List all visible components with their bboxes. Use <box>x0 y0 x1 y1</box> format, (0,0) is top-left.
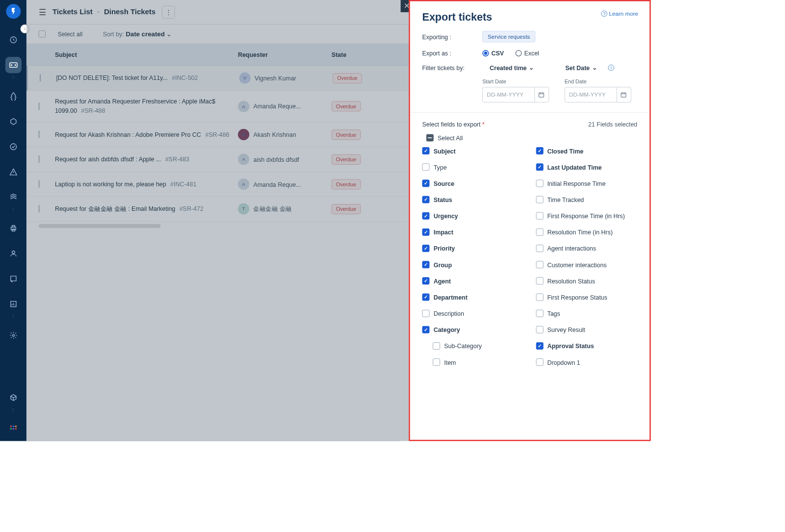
nav-dots-3: ⋮ <box>11 314 15 318</box>
field-label: Closed Time <box>547 148 583 154</box>
field-label: Time Tracked <box>547 196 584 203</box>
exporting-label: Exporting : <box>422 33 483 40</box>
field-checkbox-item[interactable]: Item <box>433 358 523 366</box>
changes-icon[interactable] <box>5 113 21 129</box>
calendar-icon[interactable] <box>617 87 627 102</box>
field-label: Approval Status <box>547 342 594 349</box>
checkbox-icon <box>536 326 543 333</box>
field-label: Status <box>434 196 452 203</box>
svg-point-4 <box>10 144 16 150</box>
checkbox-icon <box>422 277 430 284</box>
field-checkbox-time-tracked[interactable]: Time Tracked <box>536 196 637 203</box>
field-label: Initial Response Time <box>547 180 605 187</box>
field-label: Last Updated Time <box>547 164 602 171</box>
main-content: ☰ Tickets List - Dinesh Tickets ⋮ ✕ Sele… <box>26 0 409 441</box>
apps-icon[interactable] <box>5 421 21 437</box>
field-label: First Response Status <box>547 294 607 301</box>
field-label: Tags <box>547 310 560 317</box>
start-date-placeholder: DD-MM-YYYY <box>487 92 523 98</box>
field-checkbox-department[interactable]: Department <box>422 294 524 301</box>
reports-icon[interactable] <box>5 296 21 312</box>
field-label: Item <box>444 359 456 366</box>
checkbox-icon <box>422 163 430 171</box>
svg-point-8 <box>12 251 15 254</box>
format-csv-radio[interactable]: CSV <box>482 50 504 56</box>
problems-icon[interactable] <box>5 88 21 104</box>
checkbox-icon <box>536 212 543 220</box>
start-date-input[interactable]: DD-MM-YYYY <box>482 87 549 102</box>
svg-rect-17 <box>539 93 544 97</box>
field-checkbox-agent-interactions[interactable]: Agent interactions <box>536 245 637 252</box>
filter-label: Filter tickets by: <box>422 64 483 71</box>
field-checkbox-resolution-time-in-hrs-[interactable]: Resolution Time (in Hrs) <box>536 228 637 236</box>
field-checkbox-first-response-status[interactable]: First Response Status <box>536 294 637 301</box>
app-logo-icon[interactable] <box>6 4 21 19</box>
cube-icon[interactable] <box>5 389 21 405</box>
set-date-dropdown[interactable]: Set Date ⌄ <box>565 64 598 71</box>
assets-icon[interactable] <box>5 189 21 205</box>
exporting-tag[interactable]: Service requests <box>482 31 535 42</box>
field-checkbox-initial-response-time[interactable]: Initial Response Time <box>536 179 637 187</box>
releases-icon[interactable] <box>5 139 21 155</box>
print-icon[interactable] <box>5 220 21 236</box>
checkbox-icon <box>536 245 543 252</box>
field-label: First Response Time (in Hrs) <box>547 212 625 219</box>
field-checkbox-agent[interactable]: Agent <box>422 277 524 284</box>
field-checkbox-resolution-status[interactable]: Resolution Status <box>536 277 637 284</box>
format-excel-radio[interactable]: Excel <box>515 50 539 56</box>
field-checkbox-sub-category[interactable]: Sub-Category <box>433 342 523 350</box>
field-label: Survey Result <box>547 326 585 333</box>
field-checkbox-group[interactable]: Group <box>422 261 524 268</box>
field-label: Department <box>434 294 468 301</box>
csv-label: CSV <box>491 50 504 56</box>
field-label: Resolution Time (in Hrs) <box>547 228 612 235</box>
info-icon[interactable]: i <box>608 64 614 70</box>
tickets-icon[interactable] <box>5 57 21 73</box>
field-checkbox-urgency[interactable]: Urgency <box>422 212 524 220</box>
checkbox-icon <box>536 310 543 317</box>
field-checkbox-subject[interactable]: Subject <box>422 147 524 154</box>
end-date-input[interactable]: DD-MM-YYYY <box>565 87 631 102</box>
field-checkbox-first-response-time-in-hrs-[interactable]: First Response Time (in Hrs) <box>536 212 637 220</box>
alerts-icon[interactable] <box>5 164 21 180</box>
help-icon: ? <box>602 10 607 16</box>
calendar-icon[interactable] <box>534 87 545 102</box>
select-all-fields[interactable]: Select All <box>426 134 637 142</box>
settings-icon[interactable] <box>5 327 21 343</box>
field-checkbox-source[interactable]: Source <box>422 179 524 187</box>
filter-by-dropdown[interactable]: Created time ⌄ <box>490 64 534 71</box>
nav-dots-2: ⋮ <box>11 207 15 211</box>
field-checkbox-type[interactable]: Type <box>422 163 524 171</box>
field-checkbox-closed-time[interactable]: Closed Time <box>536 147 637 154</box>
field-checkbox-dropdown-1[interactable]: Dropdown 1 <box>536 358 637 366</box>
field-checkbox-category[interactable]: Category <box>422 326 524 333</box>
field-checkbox-impact[interactable]: Impact <box>422 228 524 236</box>
nav-dots-4: ⋮ <box>11 407 15 412</box>
field-checkbox-last-updated-time[interactable]: Last Updated Time <box>536 163 637 171</box>
learn-more-link[interactable]: ? Learn more <box>602 10 638 17</box>
field-checkbox-description[interactable]: Description <box>422 310 524 317</box>
checkbox-icon <box>422 179 430 187</box>
checkbox-icon <box>536 294 543 301</box>
end-date-label: End Date <box>565 78 631 84</box>
select-fields-label: Select fields to export * <box>422 121 485 127</box>
checkbox-icon <box>422 147 430 154</box>
contacts-icon[interactable] <box>5 246 21 262</box>
checkbox-icon <box>422 228 430 236</box>
field-label: Type <box>434 164 447 171</box>
svg-point-15 <box>12 428 14 430</box>
field-checkbox-tags[interactable]: Tags <box>536 310 637 317</box>
solutions-icon[interactable] <box>5 271 21 287</box>
field-checkbox-priority[interactable]: Priority <box>422 245 524 252</box>
field-checkbox-survey-result[interactable]: Survey Result <box>536 326 637 333</box>
radio-selected-icon <box>482 50 489 56</box>
field-checkbox-customer-interactions[interactable]: Customer interactions <box>536 261 637 268</box>
dashboard-icon[interactable] <box>5 32 21 48</box>
field-checkbox-status[interactable]: Status <box>422 196 524 203</box>
field-checkbox-approval-status[interactable]: Approval Status <box>536 342 637 350</box>
modal-overlay[interactable] <box>26 0 409 441</box>
svg-rect-6 <box>12 226 15 227</box>
svg-point-12 <box>12 426 14 428</box>
checkbox-icon <box>536 196 543 203</box>
chevron-down-icon: ⌄ <box>592 64 598 71</box>
